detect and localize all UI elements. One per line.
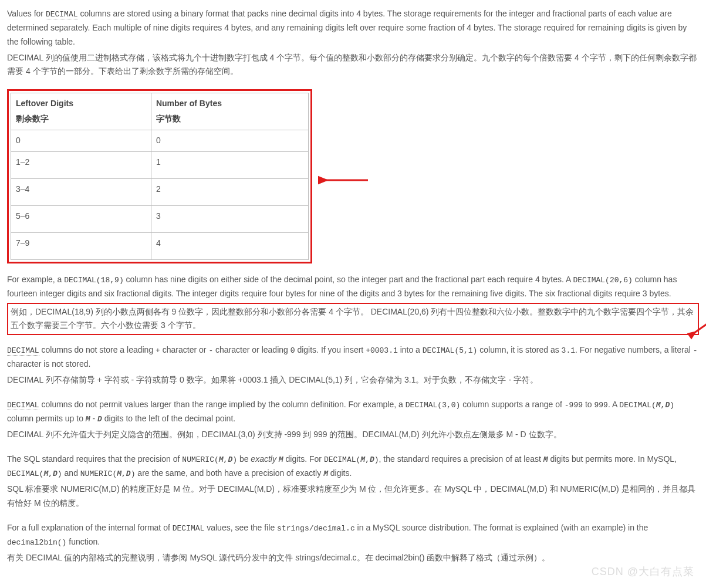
para2-zh: 例如，DECIMAL(18,9) 列的小数点两侧各有 9 位数字，因此整数部分和…: [11, 307, 694, 330]
para6-zh: 有关 DECIMAL 值的内部格式的完整说明，请参阅 MySQL 源代码分发中的…: [7, 551, 699, 565]
para2-en: For example, a DECIMAL(18,9) column has …: [7, 273, 699, 301]
table-row: 00: [11, 130, 309, 151]
table-row: 7–94: [11, 232, 309, 259]
para2-zh-box: 例如，DECIMAL(18,9) 列的小数点两侧各有 9 位数字，因此整数部分和…: [7, 303, 699, 336]
para4-en: DECIMAL columns do not permit values lar…: [7, 398, 699, 426]
para3-zh: DECIMAL 列不存储前导 + 字符或 - 字符或前导 0 数字。如果将 +0…: [7, 373, 699, 387]
table-row: 1–21: [11, 151, 309, 178]
decimal-code: DECIMAL: [46, 10, 78, 19]
leftover-digits-table: Leftover Digits 剩余数字 Number of Bytes 字节数…: [11, 93, 309, 259]
para4-zh: DECIMAL 列不允许值大于列定义隐含的范围。例如，DECIMAL(3,0) …: [7, 428, 699, 442]
th-leftover: Leftover Digits 剩余数字: [11, 93, 151, 130]
table-row: 3–42: [11, 178, 309, 205]
th-bytes: Number of Bytes 字节数: [151, 93, 308, 130]
para3-en: DECIMAL columns do not store a leading +…: [7, 343, 699, 371]
para1-zh: DECIMAL 列的值使用二进制格式存储，该格式将九个十进制数字打包成 4 个字…: [7, 51, 699, 79]
watermark: CSDN @大白有点菜: [592, 563, 694, 581]
arrow-icon: [318, 171, 371, 189]
para1-en: Values for DECIMAL columns are stored us…: [7, 7, 699, 49]
para5-zh: SQL 标准要求 NUMERIC(M,D) 的精度正好是 M 位。对于 DECI…: [7, 482, 699, 511]
para5-en: The SQL standard requires that the preci…: [7, 452, 699, 481]
table-row: 5–63: [11, 205, 309, 232]
leftover-digits-table-box: Leftover Digits 剩余数字 Number of Bytes 字节数…: [7, 89, 312, 263]
para6-en: For a full explanation of the internal f…: [7, 521, 699, 549]
